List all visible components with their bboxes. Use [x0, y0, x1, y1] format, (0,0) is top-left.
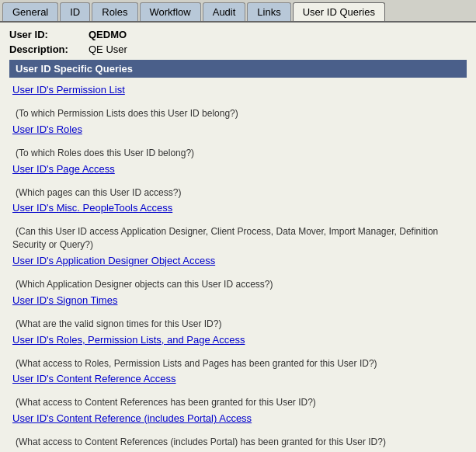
user-id-value: QEDMO	[89, 29, 127, 40]
query-desc-2: (Which pages can this User ID access?)	[12, 187, 181, 198]
query-link-7[interactable]: User ID's Content Reference Access	[12, 373, 464, 384]
query-item-0: User ID's Permission List(To which Permi…	[12, 84, 464, 120]
tab-workflow[interactable]: Workflow	[140, 2, 201, 21]
query-link-5[interactable]: User ID's Signon Times	[12, 294, 464, 306]
main-content: User ID: QEDMO Description: QE User User…	[0, 23, 476, 452]
description-row: Description: QE User	[9, 43, 467, 55]
query-desc-6: (What access to Roles, Permission Lists …	[12, 358, 377, 369]
query-desc-1: (To which Roles does this User ID belong…	[12, 148, 194, 158]
query-desc-4: (Which Application Designer objects can …	[12, 279, 273, 290]
query-desc-8: (What access to Content References (incl…	[12, 436, 386, 447]
tab-roles[interactable]: Roles	[92, 2, 137, 21]
query-desc-5: (What are the valid signon times for thi…	[12, 318, 221, 329]
query-item-6: User ID's Roles, Permission Lists, and P…	[12, 334, 464, 370]
tab-audit[interactable]: Audit	[203, 2, 246, 21]
query-item-7: User ID's Content Reference Access(What …	[12, 373, 464, 409]
query-item-1: User ID's Roles(To which Roles does this…	[12, 123, 464, 160]
tab-bar: GeneralIDRolesWorkflowAuditLinksUser ID …	[0, 0, 476, 23]
query-link-0[interactable]: User ID's Permission List	[12, 84, 464, 96]
tab-links[interactable]: Links	[247, 2, 290, 21]
tab-user-id-queries[interactable]: User ID Queries	[293, 2, 385, 21]
query-item-5: User ID's Signon Times(What are the vali…	[12, 294, 464, 331]
query-desc-7: (What access to Content References has b…	[12, 397, 316, 408]
query-link-1[interactable]: User ID's Roles	[12, 123, 464, 135]
query-desc-0: (To which Permission Lists does this Use…	[12, 108, 238, 119]
description-label: Description:	[9, 43, 79, 55]
user-id-label: User ID:	[9, 29, 79, 40]
query-link-2[interactable]: User ID's Page Access	[12, 163, 464, 175]
query-desc-3: (Can this User ID access Application Des…	[12, 226, 438, 250]
user-id-row: User ID: QEDMO	[9, 29, 467, 40]
queries-list: User ID's Permission List(To which Permi…	[9, 82, 467, 452]
tab-general[interactable]: General	[2, 2, 58, 21]
query-link-8[interactable]: User ID's Content Reference (includes Po…	[12, 412, 464, 424]
query-item-2: User ID's Page Access(Which pages can th…	[12, 163, 464, 200]
description-value: QE User	[89, 43, 127, 55]
query-link-6[interactable]: User ID's Roles, Permission Lists, and P…	[12, 334, 464, 346]
query-item-4: User ID's Application Designer Object Ac…	[12, 255, 464, 291]
query-link-4[interactable]: User ID's Application Designer Object Ac…	[12, 255, 464, 266]
query-item-3: User ID's Misc. PeopleTools Access(Can t…	[12, 202, 464, 252]
query-link-3[interactable]: User ID's Misc. PeopleTools Access	[12, 202, 464, 214]
section-header: User ID Specific Queries	[9, 60, 467, 78]
tab-id[interactable]: ID	[60, 2, 90, 21]
query-item-8: User ID's Content Reference (includes Po…	[12, 412, 464, 449]
